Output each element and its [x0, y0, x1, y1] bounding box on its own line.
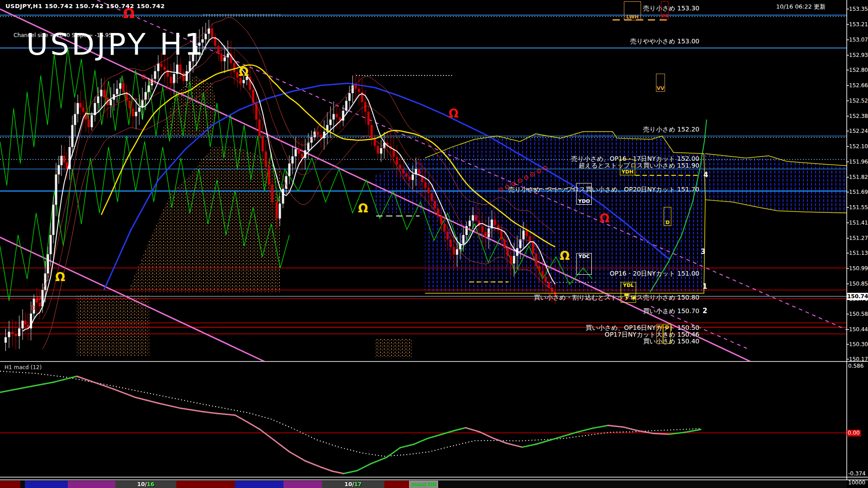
ichimoku-cloud-blue — [705, 154, 847, 213]
candle-body — [535, 253, 538, 266]
price-tick-label: 150.995 — [849, 265, 868, 272]
price-tick-label: 151.965 — [849, 159, 868, 165]
macd-min-label: -0.374 — [848, 470, 866, 477]
price-tick-label: 152.245 — [849, 128, 868, 134]
candle-body — [349, 93, 351, 101]
signal-symbol: Ω — [358, 202, 368, 215]
channel-point-number: 3 — [701, 248, 705, 256]
candle-body — [88, 120, 90, 127]
price-tick-label: 150.170 — [849, 356, 868, 362]
candle-body — [77, 103, 79, 114]
candle-body — [364, 102, 367, 112]
macd-main-line — [624, 427, 637, 431]
macd-main-line — [466, 428, 479, 432]
macd-main-line — [653, 433, 669, 434]
timeline-segment[interactable] — [283, 481, 322, 488]
candle-body — [545, 277, 547, 282]
macd-main-line — [522, 444, 536, 447]
candle-body — [288, 164, 291, 176]
price-tick-label: 152.105 — [849, 143, 868, 150]
timeline-segment[interactable] — [176, 481, 235, 488]
candle-body — [233, 63, 236, 72]
timeline-segment[interactable] — [68, 481, 115, 488]
candle-body — [425, 182, 427, 188]
chart-window: ΩΩΩΩΩΩΩ▼▼ USDJPY,H1 150.742 150.742 150.… — [0, 0, 868, 488]
price-tick-label: 150.305 — [849, 341, 868, 347]
candle-body — [513, 256, 515, 263]
order-annotation: 買い小さめ 150.70 — [643, 307, 699, 315]
macd-max-label: 0.586 — [848, 363, 863, 369]
timeline-segment[interactable] — [0, 481, 20, 488]
marker-box-ydl: YDL — [621, 282, 636, 303]
candle-body — [8, 332, 10, 337]
macd-main-line — [246, 422, 260, 430]
candle-body — [24, 321, 27, 325]
price-tick-label: 151.135 — [849, 250, 868, 256]
order-annotation: OP16・20日NYカット 151.00 — [609, 270, 699, 278]
candle-body — [39, 303, 41, 307]
signal-symbol: Ω — [239, 65, 249, 79]
macd-main-line — [536, 440, 549, 444]
candle-body — [368, 112, 370, 125]
macd-main-line — [77, 376, 95, 383]
candle-body — [542, 271, 544, 277]
macd-zero-tag: 0.00 — [847, 430, 861, 436]
candle-body — [22, 321, 24, 328]
candle-body — [317, 131, 319, 135]
order-annotation: 売り小さめ 153.30 — [643, 5, 699, 13]
timeline-segment[interactable]: 10/17 — [322, 481, 384, 488]
marker-box-w: W — [656, 324, 663, 344]
update-timestamp[interactable]: 10/16 06:22 更新 — [776, 3, 826, 11]
marker-box-ydc: YDC — [576, 253, 592, 275]
candle-body — [519, 239, 522, 248]
candle-body — [431, 193, 433, 201]
candle-body — [15, 334, 17, 336]
candle-body — [523, 230, 525, 239]
candle-body — [252, 90, 255, 103]
candle-body — [74, 114, 76, 125]
macd-main-line — [181, 408, 203, 412]
macd-main-line — [414, 439, 427, 445]
candle-body — [123, 83, 125, 92]
channel-point-number: 2 — [703, 307, 707, 315]
candle-body — [507, 248, 509, 256]
macd-main-line — [217, 413, 235, 415]
candle-body — [110, 100, 112, 105]
candle-body — [211, 28, 213, 37]
macd-main-line — [592, 426, 608, 428]
candle-body — [434, 201, 436, 209]
candle-body — [227, 54, 229, 58]
candle-body — [268, 167, 270, 184]
price-tick-label: 152.800 — [849, 67, 868, 73]
candle-body — [532, 242, 534, 254]
timeline-segment[interactable] — [384, 481, 409, 488]
candle-body — [91, 115, 93, 127]
candle-body — [145, 92, 147, 100]
macd-main-line — [400, 444, 414, 448]
timeline-segment[interactable]: 10/16 — [115, 481, 176, 488]
signal-symbol: Ω — [560, 249, 570, 263]
candle-body — [262, 136, 264, 151]
macd-main-line — [493, 438, 506, 443]
candle-body — [500, 230, 503, 239]
timeline-segment[interactable] — [25, 481, 68, 488]
candle-body — [510, 256, 512, 263]
chart-canvas[interactable]: ΩΩΩΩΩΩΩ▼▼ — [0, 0, 868, 488]
candle-body — [119, 83, 122, 89]
macd-toggle-button[interactable]: macd ON — [409, 481, 438, 488]
order-annotation: 売りやや小さめ 153.00 — [630, 38, 699, 46]
candle-body — [138, 108, 141, 112]
candle-body — [526, 230, 528, 236]
candle-body — [148, 85, 150, 92]
macd-main-line — [54, 376, 77, 382]
candle-body — [358, 89, 360, 92]
channel-point-number: 4 — [703, 171, 708, 179]
macd-main-line — [235, 415, 246, 422]
price-tick-label: 153.075 — [849, 37, 868, 43]
candle-body — [462, 235, 465, 244]
candle-body — [132, 108, 134, 116]
candle-body — [82, 108, 85, 112]
timeline-segment[interactable] — [235, 481, 283, 488]
signal-symbol: Ω — [448, 107, 458, 120]
marker-box-vv: VV — [656, 74, 665, 92]
